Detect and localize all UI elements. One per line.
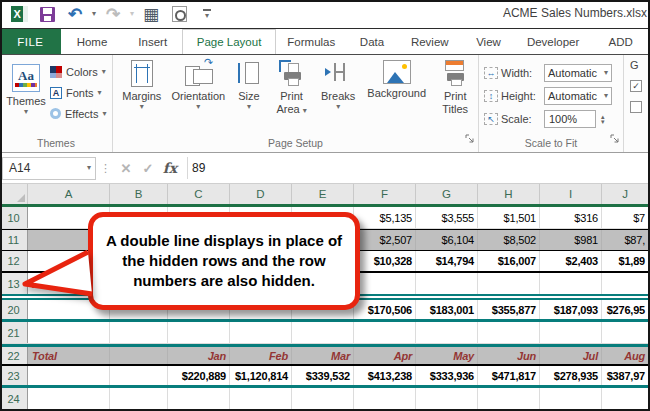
customize-qat-icon[interactable]: ▾ — [196, 3, 218, 25]
row-header-20[interactable]: 20 — [0, 300, 28, 319]
tab-home[interactable]: Home — [61, 29, 124, 54]
cell[interactable] — [540, 322, 602, 343]
cell[interactable]: $981 — [540, 230, 602, 250]
height-dropdown[interactable]: Automatic▾ — [544, 87, 612, 105]
tab-insert[interactable]: Insert — [123, 29, 182, 54]
save-icon[interactable] — [36, 3, 58, 25]
cell[interactable] — [292, 322, 354, 343]
cell[interactable] — [416, 388, 478, 409]
tab-data[interactable]: Data — [347, 29, 398, 54]
cell-month[interactable]: Jan — [168, 347, 230, 364]
undo-icon[interactable]: ↶ — [64, 3, 86, 25]
tab-page-layout[interactable]: Page Layout — [182, 29, 276, 54]
cell[interactable]: $7 — [602, 207, 649, 228]
effects-button[interactable]: Effects ▾ — [50, 103, 106, 124]
tab-file[interactable]: FILE — [0, 29, 61, 54]
column-header-d[interactable]: D — [230, 184, 292, 204]
cell[interactable] — [478, 273, 540, 294]
view-checkbox-checked[interactable]: ✓ — [630, 80, 642, 92]
column-header-g[interactable]: G — [416, 184, 478, 204]
cell[interactable]: $183,001 — [416, 300, 478, 319]
cell-total-label[interactable]: Total — [28, 347, 110, 364]
cell[interactable] — [292, 388, 354, 409]
cell[interactable]: $333,936 — [416, 366, 478, 385]
tab-formulas[interactable]: Formulas — [276, 29, 346, 54]
column-header-j[interactable]: J — [602, 184, 649, 204]
scale-to-fit-dialog-launcher-icon[interactable] — [610, 130, 620, 148]
cell-month[interactable]: May — [416, 347, 478, 364]
redo-dropdown-caret-icon[interactable]: ▾ — [130, 10, 134, 18]
cell[interactable]: $14,794 — [416, 251, 478, 271]
cell[interactable]: $413,238 — [354, 366, 416, 385]
cell[interactable]: $1,120,814 — [230, 366, 292, 385]
page-setup-dialog-launcher-icon[interactable] — [465, 130, 475, 148]
scale-spinner[interactable]: ▴▾ — [601, 114, 605, 124]
cell[interactable] — [540, 388, 602, 409]
cell[interactable] — [540, 273, 602, 294]
cell[interactable] — [230, 388, 292, 409]
formula-bar-value[interactable]: 89 — [192, 161, 205, 175]
cell[interactable]: $316 — [540, 207, 602, 228]
enter-icon[interactable]: ✓ — [137, 157, 159, 179]
cell[interactable]: $170,506 — [354, 300, 416, 319]
row-header-22[interactable]: 22 — [0, 347, 28, 364]
name-box[interactable]: A14 ▾ — [2, 157, 96, 180]
cell[interactable]: $1,89 — [602, 251, 649, 271]
cell[interactable]: $276,95 — [602, 300, 649, 319]
tab-addins[interactable]: ADD — [591, 29, 650, 54]
cell[interactable]: $2,403 — [540, 251, 602, 271]
cell[interactable] — [230, 322, 292, 343]
row-header-11[interactable]: 11 — [0, 230, 28, 250]
cell[interactable] — [110, 347, 168, 364]
cell[interactable]: $6,104 — [416, 230, 478, 250]
cancel-icon[interactable]: ✕ — [115, 157, 137, 179]
cell[interactable]: $278,935 — [540, 366, 602, 385]
cell[interactable] — [602, 273, 649, 294]
redo-icon[interactable]: ↷ — [102, 3, 124, 25]
cell[interactable] — [354, 322, 416, 343]
cell[interactable]: $16,007 — [478, 251, 540, 271]
cell[interactable] — [28, 366, 110, 385]
cell[interactable] — [168, 322, 230, 343]
cell[interactable] — [168, 388, 230, 409]
cell[interactable]: $2,507 — [354, 230, 416, 250]
cell-month[interactable]: Jun — [478, 347, 540, 364]
cell[interactable]: $339,532 — [292, 366, 354, 385]
row-header-23[interactable]: 23 — [0, 366, 28, 385]
tab-review[interactable]: Review — [397, 29, 462, 54]
cell-month[interactable]: Jul — [540, 347, 602, 364]
cell[interactable] — [478, 322, 540, 343]
cell[interactable]: $220,889 — [168, 366, 230, 385]
tab-developer[interactable]: Developer — [515, 29, 591, 54]
cell[interactable]: $10,328 — [354, 251, 416, 271]
colors-button[interactable]: Colors ▾ — [50, 61, 106, 82]
themes-button[interactable]: Aa Themes ▾ — [5, 59, 47, 116]
excel-logo-icon[interactable]: X — [8, 3, 30, 25]
column-header-c[interactable]: C — [168, 184, 230, 204]
cell[interactable] — [110, 322, 168, 343]
cell[interactable]: $387,97 — [602, 366, 649, 385]
select-all-corner[interactable] — [0, 184, 28, 204]
column-header-a[interactable]: A — [28, 184, 110, 204]
cell[interactable]: $3,555 — [416, 207, 478, 228]
row-header-10[interactable]: 10 — [0, 207, 28, 228]
column-header-b[interactable]: B — [110, 184, 168, 204]
cell-month[interactable]: Aug — [602, 347, 649, 364]
cell[interactable] — [416, 273, 478, 294]
width-dropdown[interactable]: Automatic▾ — [544, 64, 612, 82]
cell[interactable]: $355,877 — [478, 300, 540, 319]
column-header-h[interactable]: H — [478, 184, 540, 204]
column-header-e[interactable]: E — [292, 184, 354, 204]
cell[interactable] — [416, 322, 478, 343]
cell[interactable] — [110, 366, 168, 385]
cell[interactable]: $187,093 — [540, 300, 602, 319]
undo-dropdown-caret-icon[interactable]: ▾ — [92, 10, 96, 18]
print-checkbox[interactable] — [630, 101, 642, 113]
tab-view[interactable]: View — [462, 29, 515, 54]
cell[interactable]: $8,502 — [478, 230, 540, 250]
cell[interactable]: $87, — [602, 230, 649, 250]
cell[interactable] — [602, 388, 649, 409]
cell[interactable] — [478, 388, 540, 409]
cell[interactable] — [354, 388, 416, 409]
column-header-i[interactable]: I — [540, 184, 602, 204]
